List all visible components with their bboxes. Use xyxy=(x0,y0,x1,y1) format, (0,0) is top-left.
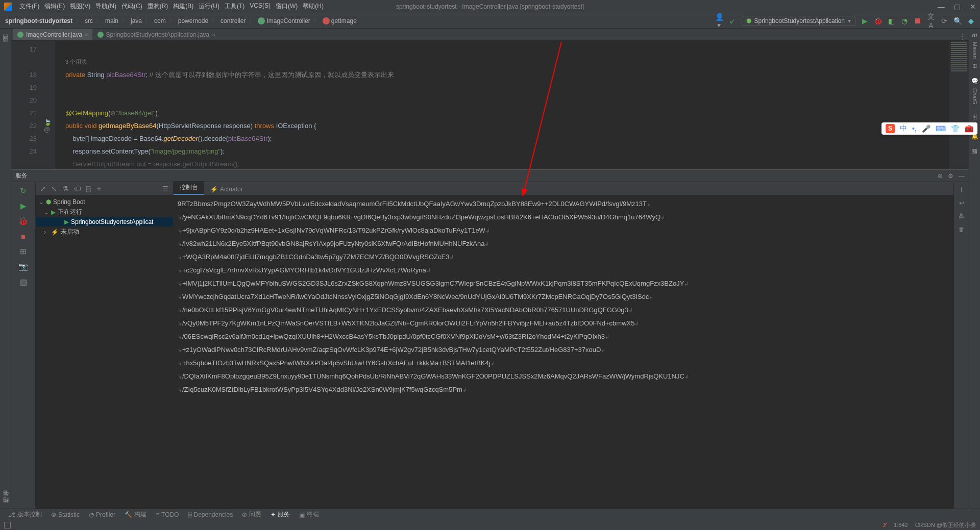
menu-navigate[interactable]: 导航(N) xyxy=(93,1,118,12)
usages-hint[interactable]: 3 个用法 xyxy=(65,56,949,68)
btn-problems[interactable]: ⊘问题 xyxy=(238,509,265,520)
tree-root[interactable]: ⌄⬢ Spring Boot xyxy=(36,197,173,207)
editor[interactable]: 17 18 19 20 21 22 23 24 🍃 @ 3 个用法private… xyxy=(11,41,949,169)
services-tree[interactable]: ⌄⬢ Spring Boot ⌄▶ 正在运行 ▶ SpringbootStudy… xyxy=(36,195,173,518)
menu-build[interactable]: 构建(B) xyxy=(171,1,195,12)
btn-services[interactable]: ✦服务 xyxy=(266,509,294,520)
endpoints-icon[interactable]: ⊞ xyxy=(972,63,977,69)
debug-icon[interactable]: 🐞 xyxy=(18,217,28,226)
tag-icon[interactable]: 🏷 xyxy=(74,185,81,193)
avatar-icon[interactable]: ◆ xyxy=(967,17,975,25)
crumb-main[interactable]: main xyxy=(105,17,118,24)
menu-file[interactable]: 文件(F) xyxy=(17,1,41,12)
group-icon[interactable]: ⌸ xyxy=(86,185,90,193)
expand-icon[interactable]: ⤢ xyxy=(40,185,46,193)
close-icon[interactable]: ✕ xyxy=(970,3,976,11)
menu-refactor[interactable]: 重构(R) xyxy=(145,1,170,12)
hide-icon[interactable]: — xyxy=(959,172,965,180)
menu-tools[interactable]: 工具(T) xyxy=(223,1,247,12)
translate-icon[interactable]: 文A xyxy=(927,12,935,30)
tree-app[interactable]: ▶ SpringbootStudyortestApplicat xyxy=(36,217,173,226)
menu-window[interactable]: 窗口(W) xyxy=(274,1,300,12)
ime-voice-icon[interactable]: 🎤 xyxy=(922,124,930,133)
endpoints-icon[interactable]: ⊞ xyxy=(20,247,27,256)
menu-view[interactable]: 视图(V) xyxy=(68,1,92,12)
search-icon[interactable]: 🔍 xyxy=(953,17,962,25)
debug-icon[interactable]: 🐞 xyxy=(874,17,882,25)
endpoint-gutter-icon[interactable]: 🍃 @ xyxy=(44,119,55,132)
crumb-class[interactable]: ImageController xyxy=(258,17,310,24)
soft-wrap-icon[interactable]: ↩ xyxy=(959,199,964,207)
project-tool-icon[interactable]: ▭ xyxy=(3,32,8,39)
tab-springapp[interactable]: SpringbootStudyortestApplication.java × xyxy=(93,29,219,40)
add-icon[interactable]: ＋ xyxy=(95,184,103,193)
list-icon[interactable]: ☰ xyxy=(162,185,169,193)
crumb-powernode[interactable]: powernode xyxy=(178,17,208,24)
ime-punct-icon[interactable]: •ꓹ xyxy=(912,124,917,133)
btn-terminal[interactable]: ▣终端 xyxy=(295,509,323,520)
btn-dependencies[interactable]: ⌸Dependencies xyxy=(184,510,237,519)
ime-toolbar[interactable]: S 中 •ꓹ 🎤 ⌨ 👕 🧰 xyxy=(881,122,977,135)
minimize-icon[interactable]: — xyxy=(938,3,945,11)
crumb-controller[interactable]: controller xyxy=(220,17,246,24)
stop-icon[interactable] xyxy=(914,17,922,25)
ime-tool-icon[interactable]: 🧰 xyxy=(965,124,973,133)
ime-skin-icon[interactable]: 👕 xyxy=(951,124,960,133)
crumb-java[interactable]: java xyxy=(131,17,142,24)
refresh-icon[interactable]: ⟳ xyxy=(940,17,948,25)
user-icon[interactable]: 👤▾ xyxy=(715,13,723,29)
tree-notstarted[interactable]: ›⚡ 未启动 xyxy=(36,226,173,237)
crumb-project[interactable]: springboot-studyortest xyxy=(5,17,72,24)
menu-run[interactable]: 运行(U) xyxy=(197,1,222,12)
btn-profiler[interactable]: ◔Profiler xyxy=(85,510,119,519)
maximize-icon[interactable]: ▢ xyxy=(954,3,961,11)
btn-statistic[interactable]: ⊚Statistic xyxy=(47,510,84,519)
tree-running[interactable]: ⌄▶ 正在运行 xyxy=(36,207,173,217)
stop-icon[interactable]: ■ xyxy=(21,232,26,241)
layout-icon[interactable]: ▥ xyxy=(20,277,27,287)
pin-icon[interactable]: ⊕ xyxy=(938,172,943,180)
tab-console[interactable]: 控制台 xyxy=(174,181,204,195)
tab-actuator[interactable]: ⚡Actuator xyxy=(204,184,249,195)
gear-icon[interactable]: ⚙ xyxy=(948,172,953,180)
build-icon[interactable]: ↙ xyxy=(728,17,737,25)
cursor-position[interactable]: 1:842 xyxy=(894,522,908,528)
scroll-end-icon[interactable]: ⭳ xyxy=(959,186,965,193)
tab-imagecontroller[interactable]: ImageController.java × xyxy=(13,29,92,40)
chat-icon[interactable]: 💬 xyxy=(971,78,978,84)
ime-keyboard-icon[interactable]: ⌨ xyxy=(936,124,946,133)
menu-edit[interactable]: 编辑(E) xyxy=(42,1,67,12)
maven-label[interactable]: Maven xyxy=(972,42,978,59)
btn-vcs[interactable]: ⎇版本控制 xyxy=(4,509,46,520)
crumb-method[interactable]: getImage xyxy=(323,17,357,24)
menu-vcs[interactable]: VCS(S) xyxy=(248,1,273,12)
clear-icon[interactable]: 🗑 xyxy=(959,226,965,233)
close-icon[interactable]: × xyxy=(85,32,88,38)
print-icon[interactable]: 🖶 xyxy=(959,213,965,220)
camera-icon[interactable]: 📷 xyxy=(18,262,28,271)
ime-lang[interactable]: 中 xyxy=(900,124,907,133)
status-y-icon[interactable]: У xyxy=(883,522,887,528)
maven-icon[interactable]: m xyxy=(972,32,977,38)
code-area[interactable]: 3 个用法private String picBase64Str; // 这个就… xyxy=(55,41,949,169)
close-icon[interactable]: × xyxy=(212,32,215,38)
breadcrumb[interactable]: springboot-studyortest〉 src〉 main〉 java〉… xyxy=(5,16,715,25)
btn-build[interactable]: 🔨构建 xyxy=(120,509,151,520)
coverage-icon[interactable]: ◧ xyxy=(887,17,895,25)
btn-todo[interactable]: ≡TODO xyxy=(152,510,183,519)
crumb-com[interactable]: com xyxy=(154,17,166,24)
console-output[interactable]: 9RTzBbmszPmgzOW3ZayWdhMW5PVbLvuI5dcxelda… xyxy=(174,195,953,518)
tabs-options-icon[interactable]: ⋮ xyxy=(960,33,966,40)
sogou-icon[interactable]: S xyxy=(886,124,895,133)
menu-code[interactable]: 代码(C) xyxy=(119,1,144,12)
bookmark-label[interactable]: 书签 xyxy=(2,498,10,502)
run-config-selector[interactable]: ⬢ SpringbootStudyortestApplication ▾ xyxy=(742,16,855,26)
profile-icon[interactable]: ◔ xyxy=(900,17,909,25)
run-icon[interactable]: ▶ xyxy=(861,17,869,25)
database-icon[interactable]: 🗄 xyxy=(972,114,977,120)
menu-help[interactable]: 帮助(H) xyxy=(301,1,326,12)
collapse-icon[interactable]: ⤡ xyxy=(51,185,57,193)
crumb-src[interactable]: src xyxy=(85,17,93,24)
filter-icon[interactable]: ⚗ xyxy=(62,185,69,193)
chat-label[interactable]: ChatG xyxy=(972,88,978,105)
